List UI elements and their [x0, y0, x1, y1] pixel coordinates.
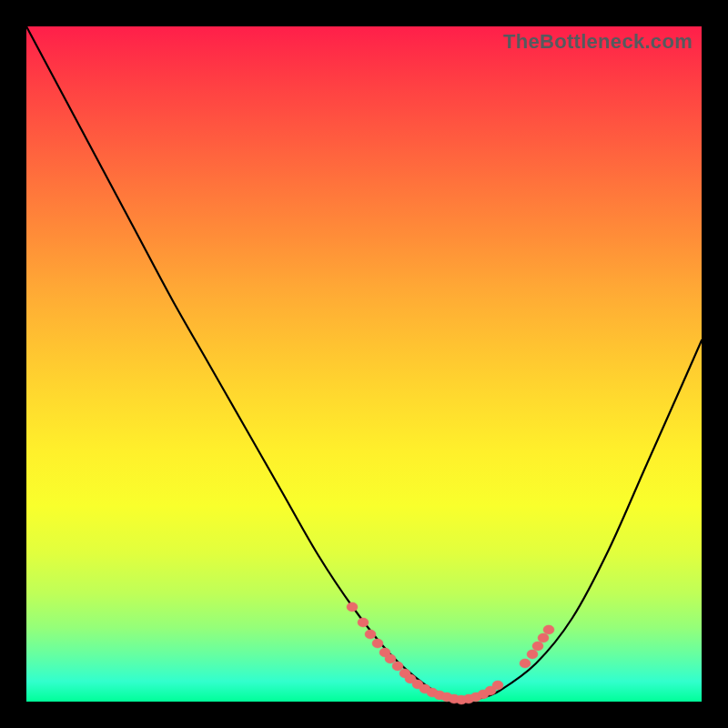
curve-marker [527, 650, 538, 659]
curve-marker [385, 654, 396, 663]
curve-marker [365, 630, 376, 639]
curve-svg [26, 26, 702, 702]
curve-marker [538, 633, 549, 642]
curve-marker [392, 662, 403, 671]
marker-group [347, 602, 554, 704]
curve-marker [347, 602, 358, 612]
chart-frame: TheBottleneck.com [0, 0, 728, 728]
curve-marker [492, 681, 503, 690]
curve-marker [520, 659, 531, 668]
plot-area: TheBottleneck.com [26, 26, 702, 702]
bottleneck-curve [26, 26, 702, 700]
curve-marker [372, 639, 383, 648]
curve-marker [532, 642, 543, 651]
curve-marker [543, 625, 554, 634]
curve-marker [358, 618, 369, 627]
